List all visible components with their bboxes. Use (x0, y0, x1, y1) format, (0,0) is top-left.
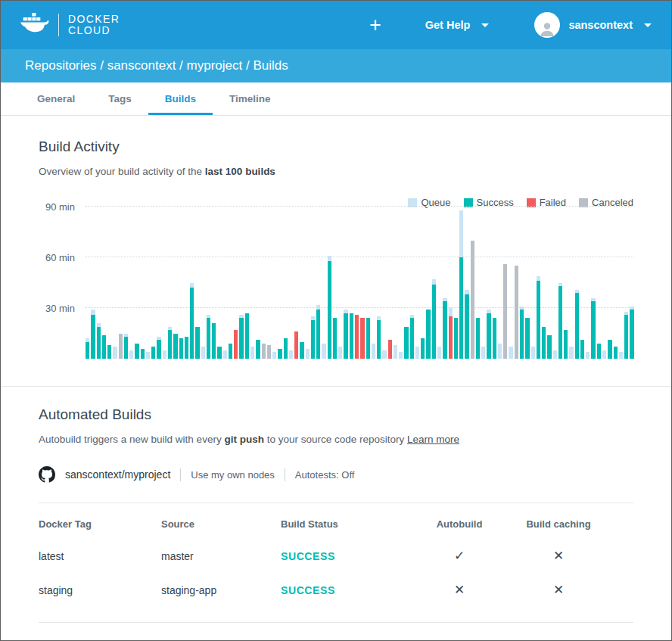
bar-segment-success (300, 342, 303, 359)
autobuild-toggle-cross-icon[interactable]: ✕ (417, 573, 502, 607)
chart-bar-success (404, 327, 408, 359)
chart-bar-success (179, 338, 183, 359)
chart-bar-success (190, 283, 194, 359)
get-help-menu[interactable]: Get Help (425, 19, 490, 31)
y-tick-label: 30 min (45, 303, 75, 314)
chart-bar-queue (113, 347, 117, 359)
tab-tags[interactable]: Tags (92, 82, 148, 115)
bar-segment-queue (289, 350, 293, 359)
bar-segment-success (520, 310, 524, 359)
chart-bar-success (278, 349, 282, 359)
repo-link[interactable]: sanscontext/myproject (65, 468, 170, 481)
chart-bar-success (465, 290, 468, 359)
chart-bar-success (421, 338, 425, 359)
bar-segment-queue (437, 347, 441, 359)
bar-segment-success (350, 313, 353, 359)
chart-bar-canceled (262, 344, 266, 359)
chart-bar-success (229, 344, 232, 359)
chart-bar-success (239, 315, 243, 359)
bar-segment-success (212, 323, 216, 359)
chart-bar-success (608, 340, 611, 359)
add-button[interactable]: + (369, 15, 381, 36)
breadcrumb[interactable]: Repositories / sanscontext / myproject /… (1, 49, 671, 82)
bar-segment-success (377, 320, 381, 359)
build-status-badge[interactable]: SUCCESS (281, 541, 417, 571)
brand-text: DOCKER CLOUD (68, 14, 120, 36)
description-suffix: to your source code repository (264, 434, 407, 445)
bar-segment-success (525, 318, 529, 359)
description-bold: git push (224, 434, 264, 445)
chart-bar-success (141, 349, 145, 359)
chart-bar-success (316, 305, 320, 359)
autobuild-toggle-check-icon[interactable]: ✓ (417, 539, 502, 573)
bar-segment-queue (201, 347, 205, 359)
chart-bar-queue (372, 344, 375, 359)
docker-whale-icon (20, 12, 49, 38)
bar-segment-success (316, 310, 320, 359)
build-caching-toggle-cross-icon[interactable]: ✕ (502, 573, 615, 607)
bar-segment-success (426, 310, 430, 359)
chart-bar-success (185, 337, 188, 359)
chart-bar-success (591, 298, 595, 359)
bar-segment-success (624, 315, 628, 359)
column-header-build-status: Build Status (281, 503, 417, 539)
bar-segment-queue (619, 352, 623, 359)
bar-segment-success (107, 345, 111, 359)
learn-more-link[interactable]: Learn more (407, 434, 459, 445)
docker-cloud-logo[interactable]: DOCKER CLOUD (20, 12, 120, 38)
bar-segment-canceled (503, 264, 507, 359)
autotests-label: Autotests: Off (295, 469, 355, 481)
chart-bar-success (207, 315, 210, 359)
bar-segment-success (591, 301, 595, 359)
chart-bar-success (493, 318, 496, 359)
bar-segment-success (157, 340, 160, 359)
build-activity-subtitle: Overview of your build activity of the l… (39, 166, 633, 177)
bar-segment-success (333, 318, 337, 359)
bar-segment-success (207, 318, 210, 359)
chart-bar-success (86, 338, 89, 359)
chart-bar-failed (388, 340, 392, 359)
tab-general[interactable]: General (20, 82, 92, 115)
bar-segment-success (102, 335, 106, 359)
chart-bar-success (195, 327, 199, 359)
bar-segment-queue (537, 276, 540, 282)
tab-timeline[interactable]: Timeline (213, 82, 288, 115)
bottom-divider (39, 622, 633, 623)
chart-bar-success (168, 327, 172, 359)
chart-bar-queue (289, 350, 293, 359)
column-header-build-caching: Build caching (502, 503, 615, 539)
bar-segment-queue (432, 279, 436, 285)
bar-segment-queue (163, 350, 166, 359)
bar-segment-success (580, 340, 584, 359)
chart-bar-success (311, 316, 315, 359)
repo-row: sanscontext/myproject Use my own nodes A… (39, 466, 633, 483)
chart-bar-queue (509, 347, 512, 359)
chart-bar-failed (449, 308, 453, 359)
builds-table: Docker Tag Source Build Status Autobuild… (39, 503, 633, 607)
chart-bar-canceled (267, 345, 271, 359)
chart-bar-canceled (515, 266, 518, 359)
bar-segment-canceled (262, 344, 266, 359)
chart-bar-success (547, 335, 551, 359)
bar-segment-queue (338, 347, 342, 359)
chart-bar-success (542, 327, 546, 359)
build-caching-toggle-cross-icon[interactable]: ✕ (502, 539, 615, 573)
user-menu[interactable]: sanscontext (534, 12, 652, 38)
bar-segment-success (217, 347, 221, 359)
bar-segment-queue (328, 256, 331, 261)
tab-builds[interactable]: Builds (148, 82, 213, 115)
avatar[interactable] (534, 12, 560, 38)
bar-segment-queue (250, 347, 254, 359)
bar-segment-success (547, 335, 551, 359)
build-status-badge[interactable]: SUCCESS (281, 575, 417, 605)
chart-bar-success (107, 345, 111, 359)
bar-segment-success (597, 344, 601, 359)
chart-bar-success (377, 316, 381, 359)
chart-bar-success (212, 323, 216, 359)
automated-builds-description: Autobuild triggers a new build with ever… (39, 434, 633, 445)
chart-bar-success (245, 313, 249, 359)
chart-bar-queue (586, 352, 590, 359)
bar-segment-queue (306, 349, 310, 359)
chart-bar-success (300, 342, 303, 359)
chart-bar-success (157, 337, 160, 359)
